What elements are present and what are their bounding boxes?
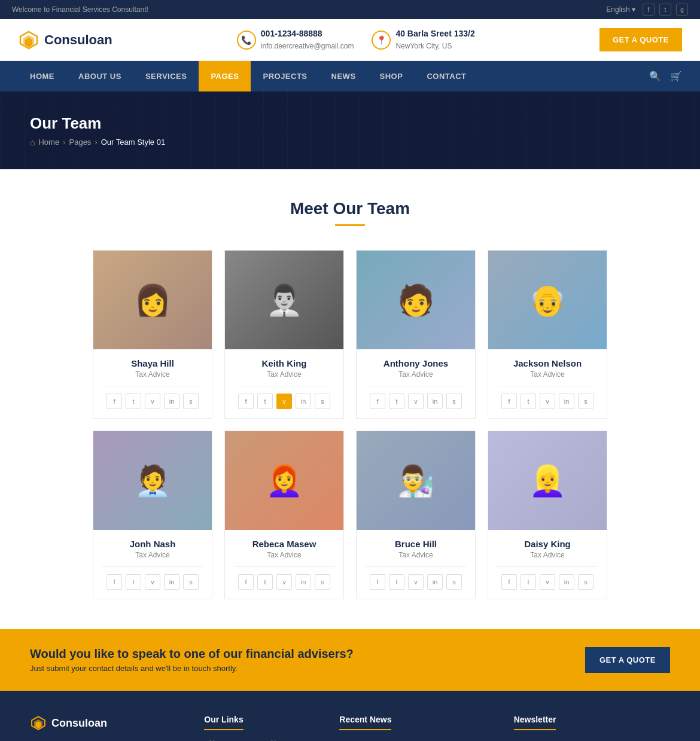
- instagram-btn-4[interactable]: in: [559, 394, 574, 409]
- section-title-wrap: Meet Our Team: [18, 199, 682, 226]
- team-socials-6: f t v in s: [234, 566, 334, 590]
- contact-phone: 📞 001-1234-88888 info.deercreative@gmail…: [237, 28, 354, 51]
- instagram-btn-6[interactable]: in: [296, 574, 311, 590]
- team-name-3: Anthony Jones: [366, 358, 466, 368]
- breadcrumb-home[interactable]: Home: [38, 138, 59, 147]
- instagram-btn-7[interactable]: in: [427, 574, 443, 590]
- facebook-btn-4[interactable]: f: [501, 394, 517, 409]
- team-card-3: 🧑 Anthony Jones Tax Advice f t v in s: [356, 250, 476, 419]
- team-card-4: 👴 Jackson Nelson Tax Advice f t v in s: [488, 250, 607, 419]
- vimeo-btn-6[interactable]: v: [276, 574, 292, 590]
- team-photo-1: 👩: [93, 251, 212, 349]
- cta-text: Would you like to speak to one of our fi…: [30, 647, 354, 673]
- top-bar-social: f t g: [643, 4, 688, 16]
- twitter-btn-8[interactable]: t: [521, 574, 536, 590]
- skype-btn-1[interactable]: s: [183, 394, 199, 409]
- vimeo-btn-4[interactable]: v: [540, 394, 555, 409]
- twitter-btn-4[interactable]: t: [521, 394, 536, 409]
- hero-title: Our Team: [30, 114, 670, 133]
- vimeo-btn-3[interactable]: v: [408, 394, 424, 409]
- twitter-icon-top[interactable]: t: [659, 4, 671, 16]
- team-photo-2: 👨‍💼: [225, 251, 343, 349]
- breadcrumb-pages[interactable]: Pages: [69, 138, 92, 147]
- language-selector[interactable]: English ▾: [606, 5, 635, 14]
- cta-button[interactable]: GET A QUOTE: [585, 647, 670, 673]
- vimeo-btn-1[interactable]: v: [145, 394, 160, 409]
- team-role-3: Tax Advice: [366, 370, 466, 379]
- skype-btn-3[interactable]: s: [446, 394, 462, 409]
- twitter-btn-1[interactable]: t: [126, 394, 141, 409]
- vimeo-btn-7[interactable]: v: [408, 574, 424, 590]
- instagram-btn-5[interactable]: in: [164, 574, 179, 590]
- googleplus-icon-top[interactable]: g: [676, 4, 688, 16]
- facebook-btn-2[interactable]: f: [238, 394, 254, 409]
- address-line2: NewYork City, US: [395, 42, 452, 50]
- skype-btn-4[interactable]: s: [578, 394, 594, 409]
- nav-item-news[interactable]: NEWS: [319, 61, 368, 92]
- phone-icon: 📞: [237, 31, 256, 50]
- nav-links: HOME ABOUT US SERVICES PAGES PROJECTS NE…: [18, 61, 478, 92]
- nav-item-pages[interactable]: PAGES: [199, 61, 251, 92]
- nav-item-projects[interactable]: PROJECTS: [251, 61, 319, 92]
- skype-btn-5[interactable]: s: [183, 574, 199, 590]
- logo[interactable]: Consuloan: [18, 29, 112, 51]
- footer-newsletter-title: Newsletter: [514, 715, 556, 730]
- skype-btn-6[interactable]: s: [315, 574, 330, 590]
- twitter-btn-3[interactable]: t: [389, 394, 404, 409]
- team-info-4: Jackson Nelson Tax Advice f t v in s: [488, 349, 607, 418]
- team-name-1: Shaya Hill: [102, 358, 203, 368]
- team-photo-3: 🧑: [357, 251, 475, 349]
- nav-item-contact[interactable]: CONTACT: [415, 61, 478, 92]
- team-socials-5: f t v in s: [102, 566, 203, 590]
- address-icon: 📍: [372, 31, 391, 50]
- instagram-btn-2[interactable]: in: [296, 394, 311, 409]
- instagram-btn-3[interactable]: in: [427, 394, 443, 409]
- facebook-icon-top[interactable]: f: [643, 4, 655, 16]
- skype-btn-2[interactable]: s: [315, 394, 330, 409]
- footer-description: Lorem ipsum dolor sit amet, consectetur …: [30, 739, 186, 741]
- team-name-5: Jonh Nash: [102, 539, 203, 549]
- contact-address-info: 40 Barla Sreet 133/2 NewYork City, US: [395, 28, 474, 51]
- logo-icon: [18, 29, 39, 51]
- team-card-7: 👨‍🔬 Bruce Hill Tax Advice f t v in s: [356, 431, 476, 599]
- facebook-btn-7[interactable]: f: [370, 574, 385, 590]
- team-info-7: Bruce Hill Tax Advice f t v in s: [357, 530, 475, 599]
- team-name-8: Daisy King: [497, 539, 598, 549]
- nav-item-about[interactable]: ABOUT US: [66, 61, 133, 92]
- facebook-btn-1[interactable]: f: [106, 394, 122, 409]
- footer-links-title: Our Links: [204, 715, 243, 730]
- email: info.deercreative@gmail.com: [261, 42, 354, 50]
- team-socials-8: f t v in s: [497, 566, 598, 590]
- cart-icon[interactable]: 🛒: [670, 71, 682, 82]
- team-name-4: Jackson Nelson: [497, 358, 598, 368]
- instagram-btn-1[interactable]: in: [164, 394, 179, 409]
- search-icon[interactable]: 🔍: [649, 71, 661, 82]
- footer: Consuloan Lorem ipsum dolor sit amet, co…: [0, 691, 700, 741]
- team-photo-7: 👨‍🔬: [357, 431, 475, 530]
- team-info-8: Daisy King Tax Advice f t v in s: [488, 530, 607, 599]
- nav-item-services[interactable]: SERVICES: [133, 61, 199, 92]
- skype-btn-8[interactable]: s: [578, 574, 594, 590]
- nav-item-shop[interactable]: SHOP: [368, 61, 415, 92]
- main-nav: HOME ABOUT US SERVICES PAGES PROJECTS NE…: [0, 61, 700, 92]
- team-info-3: Anthony Jones Tax Advice f t v in s: [357, 349, 475, 418]
- facebook-btn-8[interactable]: f: [501, 574, 517, 590]
- cta-section: Would you like to speak to one of our fi…: [0, 629, 700, 691]
- footer-grid: Consuloan Lorem ipsum dolor sit amet, co…: [30, 715, 670, 741]
- header-get-quote-button[interactable]: GET A QUOTE: [599, 28, 682, 51]
- nav-item-home[interactable]: HOME: [18, 61, 66, 92]
- facebook-btn-5[interactable]: f: [106, 574, 122, 590]
- twitter-btn-5[interactable]: t: [126, 574, 141, 590]
- facebook-btn-6[interactable]: f: [238, 574, 254, 590]
- facebook-btn-3[interactable]: f: [370, 394, 385, 409]
- twitter-btn-7[interactable]: t: [389, 574, 404, 590]
- twitter-btn-2[interactable]: t: [257, 394, 273, 409]
- team-name-2: Keith King: [234, 358, 334, 368]
- twitter-btn-6[interactable]: t: [257, 574, 273, 590]
- skype-btn-7[interactable]: s: [446, 574, 462, 590]
- team-role-8: Tax Advice: [497, 551, 598, 559]
- instagram-btn-8[interactable]: in: [559, 574, 574, 590]
- vimeo-btn-8[interactable]: v: [540, 574, 555, 590]
- vimeo-btn-2[interactable]: v: [276, 394, 292, 409]
- vimeo-btn-5[interactable]: v: [145, 574, 160, 590]
